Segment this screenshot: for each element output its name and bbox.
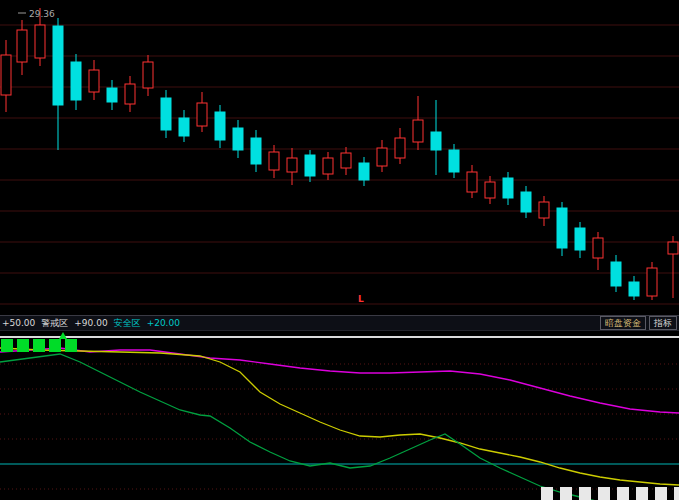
candle[interactable] (413, 96, 423, 150)
candle[interactable] (197, 92, 207, 132)
oversold-block (560, 487, 572, 500)
oversold-block (655, 487, 667, 500)
candle[interactable] (611, 255, 621, 292)
candle[interactable] (668, 236, 678, 298)
candle[interactable] (53, 18, 63, 150)
candle[interactable] (377, 140, 387, 172)
oversold-block (598, 487, 610, 500)
overbought-block (33, 339, 45, 352)
candle[interactable] (323, 152, 333, 180)
oversold-block (636, 487, 648, 500)
param-value-safe-zone: +20.00 (147, 318, 180, 328)
candle[interactable] (557, 202, 567, 256)
candle[interactable] (215, 105, 225, 148)
overbought-block (49, 339, 61, 352)
candle[interactable] (1, 40, 11, 112)
oversold-block (674, 487, 679, 500)
candle[interactable] (287, 148, 297, 185)
candle[interactable] (17, 20, 27, 75)
candle[interactable] (521, 186, 531, 218)
overbought-block (65, 339, 77, 352)
candle[interactable] (251, 130, 261, 172)
candle[interactable] (503, 172, 513, 205)
candle[interactable] (143, 55, 153, 96)
candle[interactable] (647, 262, 657, 300)
param-value-alert-zone: +90.00 (74, 318, 107, 328)
overbought-block (17, 339, 29, 352)
indicator-tab-button[interactable]: 指标 (649, 316, 677, 330)
param-value-current: +50.00 (2, 318, 35, 328)
candle[interactable] (539, 196, 549, 226)
candle[interactable] (125, 76, 135, 112)
overbought-block (1, 339, 13, 352)
candle[interactable] (575, 222, 585, 258)
dark-pool-funds-button[interactable]: 暗盘资金 (600, 316, 646, 330)
candle[interactable] (629, 276, 639, 300)
candle[interactable] (89, 60, 99, 100)
buy-arrow-icon (59, 332, 67, 339)
candle[interactable] (71, 54, 81, 110)
candlestick-chart[interactable]: 29.36L (0, 0, 679, 315)
candle[interactable] (467, 165, 477, 198)
indicator-params: +50.00 警戒区 +90.00 安全区 +20.00 (2, 317, 186, 330)
candle[interactable] (233, 120, 243, 158)
trading-app-window: 29.36L +50.00 警戒区 +90.00 安全区 +20.00 暗盘资金… (0, 0, 679, 500)
candle[interactable] (431, 100, 441, 175)
oversold-block (579, 487, 591, 500)
oscillator-indicator-chart[interactable] (0, 331, 679, 500)
low-marker: L (358, 294, 364, 304)
oversold-block (617, 487, 629, 500)
param-label-safe-zone: 安全区 (114, 317, 141, 330)
price-high-label: 29.36 (29, 9, 55, 19)
green-line (0, 354, 679, 500)
candle[interactable] (359, 157, 369, 186)
candle[interactable] (395, 128, 405, 164)
indicator-status-bar: +50.00 警戒区 +90.00 安全区 +20.00 暗盘资金 指标 (0, 315, 679, 331)
magenta-line (0, 348, 679, 413)
param-label-alert-zone: 警戒区 (41, 317, 68, 330)
candle[interactable] (269, 145, 279, 178)
candle[interactable] (161, 90, 171, 138)
candle[interactable] (179, 110, 189, 142)
candle[interactable] (593, 232, 603, 270)
status-bar-buttons: 暗盘资金 指标 (597, 316, 677, 330)
candle[interactable] (305, 150, 315, 182)
candle[interactable] (107, 80, 117, 110)
oversold-block (541, 487, 553, 500)
candle[interactable] (341, 147, 351, 175)
